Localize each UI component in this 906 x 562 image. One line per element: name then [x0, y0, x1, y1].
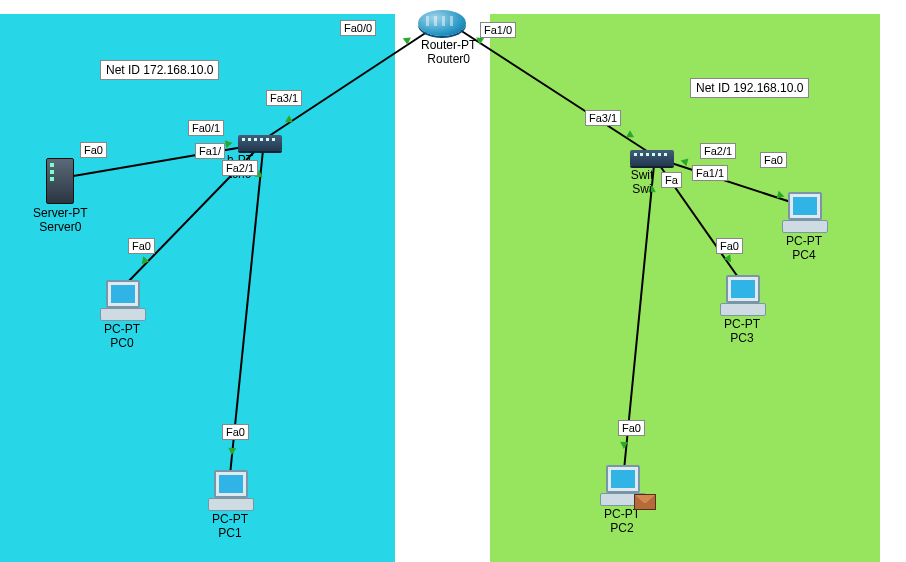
- pc-icon: [208, 470, 252, 510]
- link-status-icon: [403, 34, 413, 45]
- pc-icon: [720, 275, 764, 315]
- link-status-icon: [225, 139, 233, 148]
- port-label-switch1-fa21: Fa2/1: [700, 143, 736, 159]
- port-label-switch1-fa11: Fa1/1: [692, 165, 728, 181]
- device-label: Server-PT Server0: [30, 206, 91, 236]
- net-id-label-right: Net ID 192.168.10.0: [690, 78, 809, 98]
- switch-icon: [630, 150, 674, 166]
- device-server0[interactable]: Server-PT Server0: [30, 158, 91, 236]
- device-label: PC-PT PC4: [783, 234, 825, 264]
- net-id-label-left: Net ID 172.168.10.0: [100, 60, 219, 80]
- port-label-router0-fa00: Fa0/0: [340, 20, 376, 36]
- pc-icon: [100, 280, 144, 320]
- port-label-switch1-fa31: Fa3/1: [585, 110, 621, 126]
- device-pc4[interactable]: PC-PT PC4: [782, 192, 826, 264]
- port-label-pc0-fa0: Fa0: [128, 238, 155, 254]
- device-pc0[interactable]: PC-PT PC0: [100, 280, 144, 352]
- link-status-icon: [228, 448, 237, 456]
- port-label-pc3-fa0: Fa0: [716, 238, 743, 254]
- device-pc1[interactable]: PC-PT PC1: [208, 470, 252, 542]
- server-icon: [46, 158, 74, 204]
- port-label-pc4-fa0: Fa0: [760, 152, 787, 168]
- link-status-icon: [620, 442, 628, 449]
- port-label-router0-fa10: Fa1/0: [480, 22, 516, 38]
- port-label-pc2-fa0: Fa0: [618, 420, 645, 436]
- router-icon: [418, 10, 466, 36]
- device-label: PC-PT PC0: [101, 322, 143, 352]
- pc-icon: [782, 192, 826, 232]
- port-label-server0-fa0: Fa0: [80, 142, 107, 158]
- device-router0[interactable]: Router-PT Router0: [418, 10, 479, 68]
- mail-icon: [634, 494, 656, 510]
- port-label-switch0-fa11: Fa1/: [195, 143, 225, 159]
- port-label-pc1-fa0: Fa0: [222, 424, 249, 440]
- device-label: PC-PT PC2: [601, 507, 643, 537]
- switch-icon: [238, 135, 282, 151]
- device-label: PC-PT PC1: [209, 512, 251, 542]
- net-zone-left: [0, 14, 395, 562]
- net-zone-right: [490, 14, 880, 562]
- port-label-switch0-fa21: Fa2/1: [222, 160, 258, 176]
- port-label-switch0-fa01: Fa0/1: [188, 120, 224, 136]
- port-label-switch0-fa31: Fa3/1: [266, 90, 302, 106]
- device-label: Swit Swi: [628, 168, 657, 198]
- device-pc3[interactable]: PC-PT PC3: [720, 275, 764, 347]
- device-label: Router-PT Router0: [418, 38, 479, 68]
- port-label-switch1-fa: Fa: [661, 172, 682, 188]
- device-label: PC-PT PC3: [721, 317, 763, 347]
